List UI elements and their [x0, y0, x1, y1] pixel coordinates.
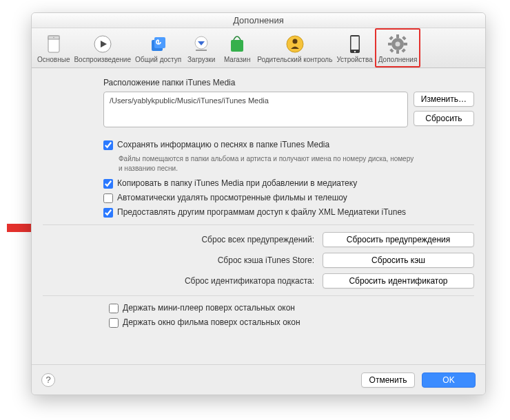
reset-location-button[interactable]: Сбросить	[414, 111, 474, 126]
divider	[43, 224, 474, 225]
svg-rect-12	[231, 40, 243, 52]
tab-label: Устройства	[336, 56, 372, 63]
tab-label: Загрузки	[187, 56, 215, 63]
keep-organized-note: Файлы помещаются в папки альбома и артис…	[119, 154, 415, 173]
sharing-icon	[148, 34, 169, 54]
svg-point-4	[53, 37, 54, 39]
svg-point-13	[287, 36, 303, 52]
help-button[interactable]: ?	[41, 373, 55, 387]
svg-point-19	[396, 42, 400, 47]
svg-rect-23	[404, 43, 407, 45]
svg-rect-11	[196, 50, 207, 51]
reset-warnings-button[interactable]: Сбросить предупреждения	[323, 232, 474, 247]
divider	[43, 295, 474, 296]
svg-rect-21	[396, 50, 399, 54]
window-title: Дополнения	[32, 13, 485, 28]
copy-to-media-checkbox[interactable]	[103, 179, 113, 189]
svg-rect-27	[401, 48, 405, 52]
copy-to-media-label: Копировать в папку iTunes Media при доба…	[117, 178, 357, 188]
playback-icon	[92, 34, 113, 54]
svg-point-17	[354, 51, 355, 52]
tab-playback[interactable]: Воспроизведение	[72, 28, 133, 67]
store-icon	[227, 34, 247, 54]
share-xml-checkbox[interactable]	[103, 208, 113, 218]
keep-organized-checkbox[interactable]	[103, 140, 113, 150]
tab-label: Общий доступ	[135, 56, 181, 63]
preferences-window: Дополнения Основные Воспроизведение Общи…	[31, 12, 486, 395]
tab-parental[interactable]: Родительский контроль	[255, 28, 334, 67]
svg-rect-24	[389, 36, 393, 40]
devices-icon	[345, 34, 365, 54]
miniplayer-on-top-checkbox[interactable]	[109, 304, 119, 313]
tab-downloads[interactable]: Загрузки	[183, 28, 219, 67]
gear-icon	[387, 34, 408, 54]
cancel-button[interactable]: Отменить	[361, 372, 415, 388]
footer: ? Отменить OK	[32, 364, 485, 395]
reset-cache-label: Сброс кэша iTunes Store:	[84, 255, 314, 265]
preferences-toolbar: Основные Воспроизведение Общий доступ За…	[32, 28, 485, 68]
downloads-icon	[191, 34, 212, 54]
tab-label: Магазин	[224, 56, 251, 63]
tab-label: Дополнения	[378, 56, 418, 63]
reset-podcast-label: Сброс идентификатора подкаста:	[84, 276, 314, 286]
ok-button[interactable]: OK	[422, 372, 476, 388]
svg-rect-20	[396, 34, 399, 38]
tab-general[interactable]: Основные	[32, 28, 72, 67]
keep-organized-label: Сохранять информацию о песнях в папке iT…	[117, 140, 329, 149]
reset-podcast-button[interactable]: Сбросить идентификатор	[323, 273, 474, 288]
tab-store[interactable]: Магазин	[219, 28, 255, 67]
tab-devices[interactable]: Устройства	[334, 28, 374, 67]
miniplayer-on-top-label: Держать мини-плеер поверх остальных окон	[123, 303, 295, 313]
movie-on-top-checkbox[interactable]	[109, 318, 119, 328]
tab-sharing[interactable]: Общий доступ	[133, 28, 183, 67]
share-xml-label: Предоставлять другим программам доступ к…	[117, 207, 406, 217]
change-location-button[interactable]: Изменить…	[414, 92, 474, 107]
svg-rect-22	[388, 43, 391, 45]
auto-delete-label: Автоматически удалять просмотренные филь…	[117, 193, 347, 202]
movie-on-top-label: Держать окно фильма поверх остальных око…	[123, 317, 300, 327]
media-location-path[interactable]: /Users/yablykpublic/Music/iTunes/iTunes …	[103, 92, 408, 127]
tab-label: Основные	[37, 56, 70, 63]
reset-cache-button[interactable]: Сбросить кэш	[323, 253, 474, 268]
svg-rect-16	[351, 36, 358, 50]
tab-label: Воспроизведение	[74, 56, 131, 63]
parental-icon	[285, 34, 305, 54]
reset-warnings-label: Сброс всех предупреждений:	[84, 235, 314, 244]
svg-rect-25	[402, 36, 406, 40]
svg-rect-26	[389, 48, 394, 52]
svg-point-14	[292, 39, 297, 44]
general-icon	[43, 34, 64, 54]
auto-delete-checkbox[interactable]	[103, 193, 113, 203]
tab-advanced[interactable]: Дополнения	[375, 28, 421, 67]
content-area: Расположение папки iTunes Media /Users/y…	[32, 68, 485, 364]
tab-label: Родительский контроль	[257, 56, 332, 63]
media-location-label: Расположение папки iTunes Media	[103, 78, 474, 87]
